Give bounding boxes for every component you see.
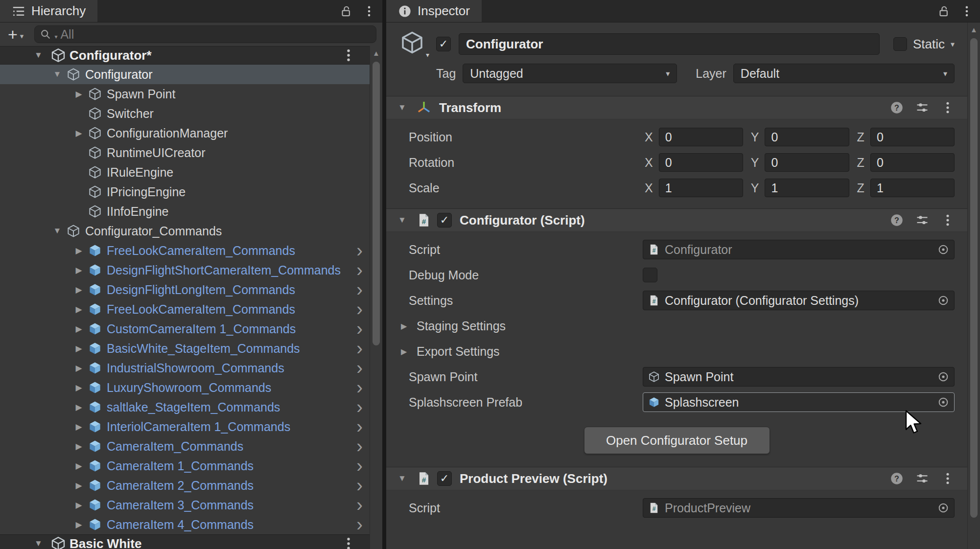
object-field-splashscreen-prefab[interactable]: Splashscreen — [643, 392, 955, 412]
hierarchy-row-industrialshowroom-commands[interactable]: ▶IndustrialShowroom_Commands› — [0, 358, 370, 378]
scrollbar-thumb[interactable] — [373, 62, 380, 345]
number-input-y[interactable]: 0 — [765, 128, 849, 146]
foldout-open-icon[interactable]: ▼ — [49, 69, 66, 79]
hierarchy-search[interactable]: ▾ — [34, 25, 376, 43]
property-row-export-settings[interactable]: ▶Export Settings — [386, 339, 967, 364]
hierarchy-row-cameraitem-1-commands[interactable]: ▶CameraItem 1_Commands› — [0, 456, 370, 476]
chevron-right-icon[interactable]: › — [356, 321, 370, 336]
hierarchy-row-customcameraitem-1-commands[interactable]: ▶CustomCameraItem 1_Commands› — [0, 319, 370, 339]
number-input-x[interactable]: 0 — [659, 153, 743, 172]
hierarchy-row-spawn-point[interactable]: ▶Spawn Point — [0, 84, 370, 104]
foldout-closed-icon[interactable]: ▶ — [70, 422, 87, 432]
component-enabled-checkbox[interactable]: ✓ — [437, 213, 452, 228]
component-header[interactable]: ▼#✓Product Preview (Script)? — [386, 467, 967, 490]
hierarchy-row-designflightlongitem-commands[interactable]: ▶DesignFlightLongItem_Commands› — [0, 280, 370, 299]
kebab-icon[interactable] — [960, 5, 973, 18]
chevron-right-icon[interactable]: › — [356, 439, 370, 454]
number-input-x[interactable]: 1 — [659, 179, 743, 197]
create-object-button[interactable]: + ▾ — [5, 25, 26, 44]
chevron-right-icon[interactable]: › — [356, 419, 370, 434]
foldout-closed-icon[interactable]: ▶ — [401, 321, 417, 331]
foldout-open-icon[interactable]: ▼ — [398, 103, 411, 113]
chevron-right-icon[interactable]: › — [356, 243, 370, 258]
help-icon[interactable]: ? — [890, 101, 904, 114]
chevron-right-icon[interactable]: › — [356, 361, 370, 375]
hierarchy-row-ipricingengine[interactable]: IPricingEngine — [0, 182, 370, 202]
foldout-closed-icon[interactable]: ▶ — [70, 324, 87, 334]
presets-icon[interactable] — [915, 213, 929, 227]
object-field-spawn-point[interactable]: Spawn Point — [643, 367, 955, 387]
foldout-closed-icon[interactable]: ▶ — [70, 246, 87, 256]
hierarchy-row-saltlake-stageitem-commands[interactable]: ▶saltlake_StageItem_Commands› — [0, 397, 370, 417]
kebab-icon[interactable] — [941, 101, 955, 114]
chevron-right-icon[interactable]: › — [356, 380, 370, 395]
presets-icon[interactable] — [915, 101, 929, 114]
component-header[interactable]: ▼#✓Configurator (Script)? — [386, 208, 967, 232]
lock-icon[interactable] — [938, 5, 951, 18]
kebab-icon[interactable] — [341, 536, 356, 549]
hierarchy-row-configurator-commands[interactable]: ▼Configurator_Commands — [0, 221, 370, 241]
foldout-closed-icon[interactable]: ▶ — [70, 461, 87, 471]
panel-divider[interactable] — [382, 0, 386, 549]
presets-icon[interactable] — [915, 472, 929, 485]
foldout-open-icon[interactable]: ▼ — [49, 226, 66, 236]
tag-dropdown[interactable]: Untagged ▾ — [463, 64, 677, 83]
hierarchy-row-luxuryshowroom-commands[interactable]: ▶LuxuryShowroom_Commands› — [0, 378, 370, 397]
kebab-icon[interactable] — [941, 472, 955, 485]
kebab-icon[interactable] — [363, 5, 375, 18]
search-input[interactable] — [60, 27, 371, 42]
hierarchy-row-designflightshortcameraitem-commands[interactable]: ▶DesignFlightShortCameraItem_Commands› — [0, 260, 370, 280]
picker-icon[interactable] — [933, 502, 953, 514]
hierarchy-row-cameraitem-4-commands[interactable]: ▶CameraItem 4_Commands› — [0, 515, 370, 534]
hierarchy-row-runtimeuicreator[interactable]: RuntimeUICreator — [0, 143, 370, 162]
hierarchy-row-freelookcameraitem-commands[interactable]: ▶FreeLookCameraItem_Commands› — [0, 299, 370, 319]
help-icon[interactable]: ? — [890, 472, 904, 485]
foldout-closed-icon[interactable]: ▶ — [70, 285, 87, 295]
help-icon[interactable]: ? — [890, 213, 904, 227]
foldout-closed-icon[interactable]: ▶ — [70, 500, 87, 510]
foldout-open-icon[interactable]: ▼ — [34, 539, 51, 549]
foldout-open-icon[interactable]: ▼ — [34, 50, 51, 60]
chevron-right-icon[interactable]: › — [356, 282, 370, 297]
layer-dropdown[interactable]: Default ▾ — [733, 64, 955, 83]
scroll-up-icon[interactable]: ▲ — [370, 49, 382, 57]
number-input-y[interactable]: 0 — [765, 153, 849, 172]
hierarchy-row-cameraitem-3-commands[interactable]: ▶CameraItem 3_Commands› — [0, 495, 370, 515]
foldout-closed-icon[interactable]: ▶ — [70, 304, 87, 315]
component-enabled-checkbox[interactable]: ✓ — [437, 471, 452, 486]
chevron-right-icon[interactable]: › — [356, 498, 370, 512]
foldout-closed-icon[interactable]: ▶ — [70, 363, 87, 373]
gameobject-name-field[interactable] — [459, 33, 880, 55]
foldout-closed-icon[interactable]: ▶ — [70, 265, 87, 275]
number-input-x[interactable]: 0 — [659, 128, 743, 146]
foldout-closed-icon[interactable]: ▶ — [70, 402, 87, 412]
picker-icon[interactable] — [933, 396, 953, 409]
scene-header-configurator[interactable]: ▼ Configurator* — [0, 46, 370, 65]
foldout-closed-icon[interactable]: ▶ — [70, 128, 87, 138]
scroll-up-icon[interactable]: ▲ — [968, 25, 980, 34]
lock-icon[interactable] — [340, 5, 353, 18]
chevron-right-icon[interactable]: › — [356, 478, 370, 493]
number-input-z[interactable]: 0 — [870, 153, 955, 172]
scene-header-basic-white[interactable]: ▼ Basic White — [0, 534, 370, 549]
component-header[interactable]: ▼Transform? — [386, 96, 967, 119]
hierarchy-row-iruleengine[interactable]: IRuleEngine — [0, 162, 370, 182]
chevron-right-icon[interactable]: › — [356, 341, 370, 356]
foldout-closed-icon[interactable]: ▶ — [70, 383, 87, 393]
hierarchy-row-interiolcameraitem-1-commands[interactable]: ▶InteriolCameraItem 1_Commands› — [0, 417, 370, 436]
number-input-z[interactable]: 0 — [870, 128, 955, 146]
static-dropdown-caret-icon[interactable]: ▾ — [951, 40, 955, 49]
foldout-open-icon[interactable]: ▼ — [398, 474, 411, 483]
hierarchy-row-configurationmanager[interactable]: ▶ConfigurationManager — [0, 123, 370, 143]
chevron-right-icon[interactable]: › — [356, 263, 370, 277]
chevron-right-icon[interactable]: › — [356, 400, 370, 414]
gameobject-cube-icon[interactable]: ▾ — [400, 30, 428, 58]
foldout-closed-icon[interactable]: ▶ — [70, 441, 87, 452]
picker-icon[interactable] — [933, 294, 953, 307]
hierarchy-row-freelookcameraitem-commands[interactable]: ▶FreeLookCameraItem_Commands› — [0, 241, 370, 260]
object-field-script[interactable]: #Configurator — [643, 240, 955, 259]
object-field-settings[interactable]: #Configurator (Configurator Settings) — [643, 291, 955, 310]
property-checkbox-debug-mode[interactable] — [643, 268, 657, 282]
number-input-y[interactable]: 1 — [765, 179, 849, 197]
hierarchy-row-cameraitem-2-commands[interactable]: ▶CameraItem 2_Commands› — [0, 476, 370, 495]
